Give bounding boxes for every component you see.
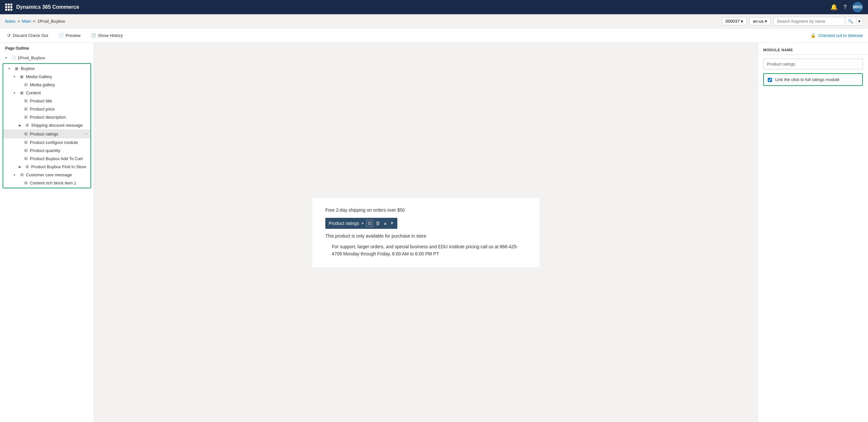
sidebar-item-media-gallery-item[interactable]: ⚙ Media gallery (3, 81, 91, 89)
product-price-label: Product price (30, 107, 88, 111)
ratings-move-up-icon[interactable]: ▲ (383, 221, 387, 226)
module-name-input[interactable] (764, 59, 863, 69)
waffle-menu-icon[interactable] (5, 4, 12, 11)
page-outline-title: Page Outline (0, 43, 94, 54)
lock-icon: 🔒 (811, 33, 816, 38)
shipping-discount-label: Shipping discount message (31, 123, 88, 128)
media-gallery-collapse-icon: ▾ (13, 75, 19, 78)
content-rich-block-label: Content rich block item 1 (30, 181, 88, 185)
gear-icon-buybox-find: ⚙ (25, 164, 29, 169)
breadcrumb-sep-1: > (18, 19, 20, 24)
grid-icon-2: ▦ (20, 74, 25, 79)
link-ratings-label: Link the click to full ratings module (775, 77, 839, 82)
show-history-label: Show History (98, 33, 123, 38)
preview-button[interactable]: 📄 Preview (56, 32, 83, 39)
sidebar-item-product-title[interactable]: ⚙ Product title (3, 97, 91, 105)
app-title: Dynamics 365 Commerce (16, 4, 79, 10)
available-message: This product is only available for purch… (326, 233, 526, 238)
gear-icon-product-title: ⚙ (24, 99, 28, 103)
sidebar-item-product-quantity[interactable]: ⚙ Product quantity (3, 147, 91, 155)
shipping-collapse-icon: ▶ (19, 124, 24, 127)
product-configure-spacer (19, 140, 24, 145)
toolbar: ↺ Discard Check Out 📄 Preview 🕐 Show His… (0, 29, 868, 43)
customer-care-label: Customer care message (26, 172, 88, 177)
discard-checkout-button[interactable]: ↺ Discard Check Out (5, 32, 50, 39)
content-label: Content (26, 90, 88, 95)
discard-checkout-label: Discard Check Out (13, 33, 48, 38)
show-history-button[interactable]: 🕐 Show History (89, 32, 125, 39)
ratings-toolbar-label: Product ratings (329, 221, 359, 226)
ratings-delete-icon[interactable]: 🗑 (376, 220, 380, 226)
sidebar-item-buybox-add-to-cart[interactable]: ⚙ Product Buybox Add To Cart (3, 155, 91, 163)
search-dropdown-button[interactable]: ▾ (856, 17, 863, 25)
module-name-field (763, 59, 863, 69)
breadcrumb-fedev[interactable]: fedev (5, 19, 16, 24)
breadcrumb: fedev > Main > 1Prod_Buybox (5, 19, 65, 24)
breadcrumb-controls: 000037 ▾ en-us ▾ 🔍 ▾ (722, 17, 863, 26)
sidebar-item-buybox[interactable]: ▾ ▦ Buybox (3, 65, 91, 73)
sidebar-item-content-rich-block[interactable]: ⚙ Content rich block item 1 (3, 179, 91, 187)
gear-icon-media-gallery: ⚙ (24, 82, 28, 87)
buybox-add-spacer (19, 156, 24, 161)
product-price-spacer (19, 107, 24, 111)
top-navigation-bar: Dynamics 365 Commerce 🔔 ? MRG (0, 0, 868, 14)
locale-chevron-icon: ▾ (765, 19, 767, 24)
environment-dropdown[interactable]: 000037 ▾ (722, 17, 747, 25)
center-preview-area: Free 2-day shipping on orders over $50 P… (94, 43, 758, 422)
root-collapse-icon: ▾ (5, 56, 10, 60)
ratings-copy-icon[interactable]: ⧉ (366, 220, 373, 227)
grid-icon-3: ▦ (20, 91, 25, 95)
breadcrumb-main[interactable]: Main (22, 19, 31, 24)
checked-out-label: Checked out to drbesse (818, 33, 863, 38)
root-label: 1Prod_Buybox (18, 56, 91, 60)
gear-icon-product-ratings: ⚙ (24, 132, 28, 136)
sidebar-item-product-configure[interactable]: ⚙ Product configure module (3, 138, 91, 147)
avatar[interactable]: MRG (852, 2, 863, 12)
sidebar-item-content[interactable]: ▾ ▦ Content (3, 89, 91, 97)
link-ratings-checkbox[interactable] (768, 78, 772, 82)
gear-icon-product-price: ⚙ (24, 107, 28, 111)
sidebar-item-customer-care[interactable]: ▾ ⚙ Customer care message (3, 171, 91, 179)
breadcrumb-current: 1Prod_Buybox (37, 19, 65, 24)
product-desc-spacer (19, 115, 24, 120)
left-sidebar: Page Outline ▾ 📄 1Prod_Buybox ▾ ▦ Buybox… (0, 43, 94, 422)
product-configure-label: Product configure module (30, 140, 88, 145)
product-ratings-label: Product ratings (30, 132, 84, 136)
sidebar-item-product-price[interactable]: ⚙ Product price (3, 105, 91, 113)
page-outline-section: Page Outline ▾ 📄 1Prod_Buybox ▾ ▦ Buybox… (0, 43, 94, 188)
sidebar-item-shipping-discount[interactable]: ▶ ⚙ Shipping discount message (3, 121, 91, 129)
gear-icon-buybox-add: ⚙ (24, 156, 28, 161)
buybox-add-to-cart-label: Product Buybox Add To Cart (30, 156, 88, 161)
sidebar-item-buybox-find-in-store[interactable]: ▶ ⚙ Product Buybox Find In Store (3, 163, 91, 171)
sidebar-item-product-ratings[interactable]: ⚙ Product ratings ··· (3, 129, 91, 138)
media-gallery-item-spacer (19, 82, 24, 87)
sidebar-item-media-gallery[interactable]: ▾ ▦ Media Gallery (3, 73, 91, 81)
breadcrumb-sep-2: > (33, 19, 36, 24)
preview-panel: Free 2-day shipping on orders over $50 P… (312, 198, 539, 267)
search-input[interactable] (774, 17, 845, 25)
page-icon: 📄 (12, 56, 16, 60)
product-ratings-spacer (19, 132, 24, 136)
breadcrumb-bar: fedev > Main > 1Prod_Buybox 000037 ▾ en-… (0, 14, 868, 29)
ellipsis-icon[interactable]: ··· (84, 131, 88, 137)
gear-icon-product-qty: ⚙ (24, 148, 28, 153)
notification-icon[interactable]: 🔔 (830, 4, 838, 11)
environment-chevron-icon: ▾ (741, 19, 743, 24)
undo-icon: ↺ (7, 33, 11, 38)
search-button[interactable]: 🔍 (845, 17, 856, 25)
help-icon[interactable]: ? (843, 4, 846, 11)
right-panel-header: MODULE NAME (758, 43, 868, 55)
support-message: For support, larger orders, and special … (326, 243, 526, 258)
sidebar-item-product-description[interactable]: ⚙ Product description (3, 113, 91, 121)
ratings-dropdown-icon[interactable]: ▾ (362, 221, 364, 226)
gear-icon-product-desc: ⚙ (24, 115, 28, 120)
buybox-find-in-store-label: Product Buybox Find In Store (31, 164, 88, 169)
sidebar-item-root[interactable]: ▾ 📄 1Prod_Buybox (0, 54, 94, 62)
preview-icon: 📄 (58, 33, 64, 38)
ratings-move-down-icon[interactable]: ▼ (390, 221, 394, 226)
link-ratings-checkbox-row: Link the click to full ratings module (763, 73, 863, 86)
locale-dropdown[interactable]: en-us ▾ (749, 17, 771, 25)
shipping-message: Free 2-day shipping on orders over $50 (326, 207, 526, 213)
toolbar-right: 🔒 Checked out to drbesse (811, 33, 863, 38)
content-collapse-icon: ▾ (13, 91, 19, 95)
